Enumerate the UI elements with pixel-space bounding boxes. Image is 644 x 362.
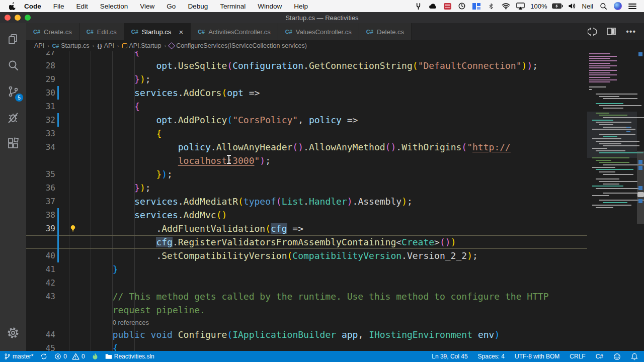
code-text[interactable]: {	[69, 100, 140, 113]
window-tiles-icon[interactable]	[471, 1, 482, 12]
solution-status[interactable]: Reactivities.sln	[105, 353, 154, 360]
problems-status[interactable]: 0 0	[54, 353, 85, 360]
line-number[interactable]: 42	[26, 278, 55, 288]
menu-edit[interactable]: Edit	[70, 0, 94, 12]
notification-center-icon[interactable]	[627, 1, 638, 12]
code-text[interactable]: {	[69, 127, 162, 140]
code-text[interactable]: });	[69, 72, 151, 86]
git-branch-status[interactable]: master*	[4, 353, 33, 360]
line-number[interactable]: 45	[26, 343, 55, 351]
code-line[interactable]: 42	[26, 276, 587, 290]
menu-window[interactable]: Window	[252, 0, 288, 12]
code-line[interactable]: 37 services.AddMediatR(typeof(List.Handl…	[26, 195, 587, 208]
code-line[interactable]: 35 });	[26, 167, 587, 181]
menu-file[interactable]: File	[47, 0, 70, 12]
breadcrumb-method[interactable]: ConfigureServices(IServiceCollection ser…	[169, 42, 307, 49]
minimap[interactable]	[587, 51, 637, 232]
code-text[interactable]: });	[69, 167, 173, 181]
breadcrumb-file[interactable]: C#Startup.cs	[52, 42, 90, 49]
code-line[interactable]: 34 policy.AllowAnyHeader().AllowAnyMetho…	[26, 140, 587, 154]
code-text[interactable]: // This method gets called by the runtim…	[69, 290, 549, 303]
code-line[interactable]: 29 });	[26, 72, 587, 86]
code-line[interactable]: 33 {	[26, 127, 587, 140]
code-line[interactable]: 44 public void Configure(IApplicationBui…	[26, 328, 587, 341]
zoom-window-button[interactable]	[25, 15, 31, 21]
code-text[interactable]: }	[69, 262, 118, 276]
scrollbar[interactable]	[637, 51, 644, 351]
breadcrumb-namespace[interactable]: { }API	[97, 42, 114, 49]
code-line[interactable]: 30 services.AddCors(opt =>	[26, 86, 587, 100]
code-line[interactable]: request pipeline.	[26, 303, 587, 317]
indentation-status[interactable]: Spaces: 4	[478, 353, 505, 360]
tab-delete-cs[interactable]: C#Delete.cs	[359, 23, 412, 40]
code-text[interactable]: });	[69, 181, 151, 195]
code-text[interactable]: cfg.RegisterValidatorsFromAssemblyContai…	[69, 235, 456, 249]
code-line[interactable]: 40 .SetCompatibilityVersion(Compatibilit…	[26, 249, 587, 262]
line-number[interactable]: 29	[26, 74, 55, 84]
line-number[interactable]: 35	[26, 169, 55, 179]
siri-icon[interactable]	[612, 1, 623, 12]
more-actions-icon[interactable]: •••	[626, 27, 636, 36]
line-number[interactable]: 34	[26, 142, 55, 152]
bluetooth-icon[interactable]	[486, 1, 497, 12]
close-window-button[interactable]	[5, 15, 11, 21]
line-number[interactable]: 41	[26, 264, 55, 274]
line-number[interactable]: 28	[26, 61, 55, 70]
code-line[interactable]: 0 references	[26, 317, 587, 328]
cursor-position-status[interactable]: Ln 39, Col 45	[432, 353, 467, 360]
code-text[interactable]: {	[69, 341, 118, 351]
code-editor[interactable]: 27 {28 opt.UseSqlite(Configuration.GetCo…	[26, 51, 644, 351]
tab-create-cs[interactable]: C#Create.cs	[26, 23, 79, 40]
code-line[interactable]: 27 {	[26, 51, 587, 59]
open-changes-icon[interactable]	[588, 27, 597, 36]
line-number[interactable]: 39	[26, 224, 55, 233]
menu-debug[interactable]: Debug	[182, 0, 214, 12]
tab-edit-cs[interactable]: C#Edit.cs	[79, 23, 124, 40]
code-line[interactable]: cfg.RegisterValidatorsFromAssemblyContai…	[26, 235, 587, 249]
film-icon[interactable]	[442, 1, 453, 12]
sync-changes-button[interactable]	[40, 353, 47, 360]
eol-status[interactable]: CRLF	[570, 353, 585, 360]
line-number[interactable]: 36	[26, 183, 55, 193]
search-icon[interactable]	[1, 54, 25, 76]
line-number[interactable]: 43	[26, 292, 55, 301]
airplay-icon[interactable]	[515, 1, 526, 12]
minimize-window-button[interactable]	[15, 15, 21, 21]
source-control-icon[interactable]: 5	[1, 80, 25, 103]
line-number[interactable]: 40	[26, 251, 55, 260]
code-text[interactable]: services.AddCors(opt =>	[69, 86, 260, 100]
encoding-status[interactable]: UTF-8 with BOM	[515, 353, 559, 360]
extensions-icon[interactable]	[1, 133, 25, 155]
code-line[interactable]: 43 // This method gets called by the run…	[26, 290, 587, 303]
line-number[interactable]: 44	[26, 330, 55, 339]
lightbulb-icon[interactable]	[69, 225, 76, 232]
code-text[interactable]: public void Configure(IApplicationBuilde…	[69, 328, 500, 341]
code-line[interactable]: 45 {	[26, 341, 587, 351]
menu-terminal[interactable]: Terminal	[214, 0, 252, 12]
tab-valuescontroller-cs[interactable]: C#ValuesController.cs	[278, 23, 359, 40]
code-text[interactable]: localhost:3000");	[69, 154, 271, 167]
code-text[interactable]: {	[69, 51, 140, 59]
line-number[interactable]: 27	[26, 51, 55, 57]
settings-gear-icon[interactable]	[1, 322, 25, 344]
explorer-icon[interactable]	[1, 28, 25, 50]
menu-help[interactable]: Help	[288, 0, 314, 12]
code-line[interactable]: 31 {	[26, 100, 587, 113]
code-line[interactable]: 39 .AddFluentValidation(cfg =>	[26, 222, 587, 235]
code-text[interactable]: request pipeline.	[69, 303, 205, 317]
menu-go[interactable]: Go	[160, 0, 182, 12]
code-text[interactable]: opt.UseSqlite(Configuration.GetConnectio…	[69, 59, 538, 72]
wifi-icon[interactable]	[500, 1, 511, 12]
code-line[interactable]: 41 }	[26, 262, 587, 276]
user-menu[interactable]: Neil	[581, 3, 594, 10]
tab-activitiescontroller-cs[interactable]: C#ActivitiesController.cs	[191, 23, 278, 40]
code-text[interactable]: .SetCompatibilityVersion(CompatibilityVe…	[69, 249, 478, 262]
code-line[interactable]: 36 });	[26, 181, 587, 195]
code-line[interactable]: 32 opt.AddPolicy("CorsPolicy", policy =>	[26, 113, 587, 127]
spotlight-icon[interactable]	[598, 1, 609, 12]
line-number[interactable]: 33	[26, 129, 55, 138]
code-text[interactable]: services.AddMvc()	[69, 208, 227, 222]
time-machine-icon[interactable]	[456, 1, 467, 12]
menu-selection[interactable]: Selection	[94, 0, 134, 12]
battery-icon[interactable]	[552, 1, 563, 12]
